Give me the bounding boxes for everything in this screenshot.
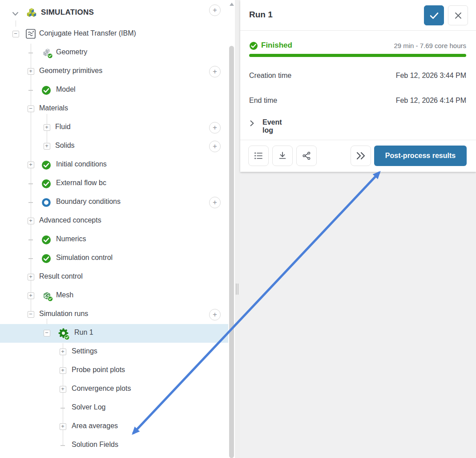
panel-title: Run 1 — [249, 10, 273, 20]
run-duration: 29 min - 7.69 core hours — [394, 42, 466, 49]
check-icon — [41, 178, 51, 190]
field-label: Creation time — [249, 72, 291, 80]
tree-item-label: Area averages — [72, 422, 118, 430]
add-button[interactable]: + — [209, 122, 221, 134]
tree-item-result-control[interactable]: + Result control — [0, 268, 228, 287]
tree-item-label: Materials — [39, 104, 68, 112]
run-detail-panel: Run 1 Finished 29 min - 7.69 core hours … — [240, 0, 476, 172]
tree-item-geometry-primitives[interactable]: + Geometry primitives + — [0, 62, 228, 81]
tree-item-convergence-plots[interactable]: + Convergence plots — [0, 380, 228, 399]
download-button[interactable] — [272, 146, 293, 166]
run-list-button[interactable] — [248, 146, 269, 166]
expand-toggle[interactable]: + — [28, 274, 34, 280]
tree-item-run-1[interactable]: − Run 1 — [0, 324, 228, 343]
tree-item-label: Simulation runs — [39, 310, 88, 318]
status-label: Finished — [261, 41, 292, 50]
tree-branch-tick — [61, 445, 65, 446]
share-button[interactable] — [296, 146, 317, 166]
tree-item-label: Run 1 — [74, 328, 93, 336]
expand-toggle[interactable]: + — [60, 349, 66, 355]
finished-check-icon — [249, 41, 258, 52]
collapse-toggle[interactable]: − — [12, 31, 19, 37]
tree-item-label: Model — [56, 85, 76, 93]
tree-item-label: Solution Fields — [72, 441, 118, 449]
tree-item-probe-point-plots[interactable]: + Probe point plots — [0, 361, 228, 380]
expand-toggle[interactable]: + — [44, 124, 50, 131]
tree-item-label: Settings — [72, 347, 97, 355]
add-button[interactable]: + — [209, 66, 221, 77]
check-icon — [41, 84, 51, 97]
add-button[interactable]: + — [209, 197, 221, 208]
tree-item-label: Mesh — [56, 291, 73, 299]
event-log-label: Event log — [262, 118, 282, 134]
tree-item-advanced-concepts[interactable]: + Advanced concepts — [0, 212, 228, 231]
tree-item-simulation-control[interactable]: Simulation control — [0, 249, 228, 268]
tree-branch-tick — [28, 90, 33, 91]
tree-item-conjugate-heat-transfer-ibm[interactable]: − Conjugate Heat Transfer (IBM) — [0, 25, 228, 44]
tree-item-geometry[interactable]: Geometry — [0, 44, 228, 62]
double-chevron-icon — [355, 151, 366, 160]
check-icon — [41, 234, 51, 247]
tree-item-label: Geometry — [56, 48, 87, 56]
check-icon — [429, 12, 439, 20]
collapse-toggle[interactable]: − — [28, 105, 34, 112]
close-button[interactable] — [448, 5, 468, 25]
panel-divider[interactable] — [235, 0, 240, 458]
tree-scrollbar[interactable] — [228, 0, 235, 458]
tree-item-label: Solver Log — [72, 403, 106, 411]
collapse-toggle[interactable]: − — [28, 311, 34, 318]
run-status-row: Finished 29 min - 7.69 core hours — [249, 41, 466, 51]
tree-item-solids[interactable]: + Solids + — [0, 137, 228, 156]
end-time-row: End time Feb 12, 2026 4:14 PM — [249, 97, 466, 108]
resize-handle-icon[interactable] — [236, 284, 239, 295]
tree-item-materials[interactable]: − Materials — [0, 100, 228, 118]
more-actions-button[interactable] — [351, 146, 371, 166]
collapse-toggle[interactable]: − — [44, 330, 50, 336]
run-list-icon — [254, 151, 263, 161]
field-label: End time — [249, 97, 277, 105]
confirm-button[interactable] — [424, 5, 444, 25]
scroll-up-arrow-icon[interactable] — [230, 3, 234, 6]
field-value: Feb 12, 2026 3:44 PM — [396, 72, 466, 80]
tree-branch-tick — [28, 202, 33, 203]
tree-item-external-flow-bc[interactable]: External flow bc — [0, 174, 228, 193]
tree-item-solution-fields[interactable]: Solution Fields — [0, 436, 228, 455]
field-value: Feb 12, 2026 4:14 PM — [396, 97, 466, 105]
tree-item-numerics[interactable]: Numerics — [0, 231, 228, 249]
scrollbar-thumb[interactable] — [229, 46, 234, 458]
tree-item-simulation-runs[interactable]: − Simulation runs + — [0, 305, 228, 324]
post-process-results-button[interactable]: Post-process results — [374, 146, 467, 166]
expand-toggle[interactable]: + — [60, 423, 66, 430]
expand-toggle[interactable]: + — [28, 68, 34, 75]
tree-branch-tick — [28, 53, 33, 53]
expand-toggle[interactable]: + — [60, 386, 66, 393]
tree-item-fluid[interactable]: + Fluid + — [0, 118, 228, 137]
tree-item-label: Probe point plots — [72, 366, 125, 374]
expand-toggle[interactable]: + — [60, 367, 66, 374]
tree-item-mesh[interactable]: + Mesh — [0, 287, 228, 305]
add-button[interactable]: + — [209, 141, 221, 152]
expand-toggle[interactable]: + — [44, 143, 50, 150]
close-icon — [454, 12, 462, 20]
mesh-icon — [41, 290, 54, 304]
tree-branch-tick — [28, 239, 33, 240]
tree-branch-tick — [28, 183, 33, 184]
tree-item-settings[interactable]: + Settings — [0, 343, 228, 361]
tree-item-area-averages[interactable]: + Area averages — [0, 417, 228, 436]
ring-icon — [41, 196, 51, 209]
expand-toggle[interactable]: + — [28, 292, 34, 299]
share-icon — [302, 151, 311, 161]
tree-branch-tick — [28, 258, 33, 259]
project-icon — [25, 28, 36, 41]
expand-toggle[interactable]: + — [28, 162, 34, 168]
add-button[interactable]: + — [209, 309, 221, 320]
divider — [240, 140, 476, 140]
tree-item-initial-conditions[interactable]: + Initial conditions — [0, 156, 228, 174]
expand-toggle[interactable]: + — [28, 218, 34, 224]
tree-item-label: Numerics — [56, 235, 86, 243]
tree-item-boundary-conditions[interactable]: Boundary conditions + — [0, 193, 228, 212]
tree-item-solver-log[interactable]: Solver Log — [0, 399, 228, 417]
gear-icon — [57, 327, 71, 343]
tree-item-model[interactable]: Model — [0, 81, 228, 100]
tree-item-label: Simulation control — [56, 254, 113, 262]
